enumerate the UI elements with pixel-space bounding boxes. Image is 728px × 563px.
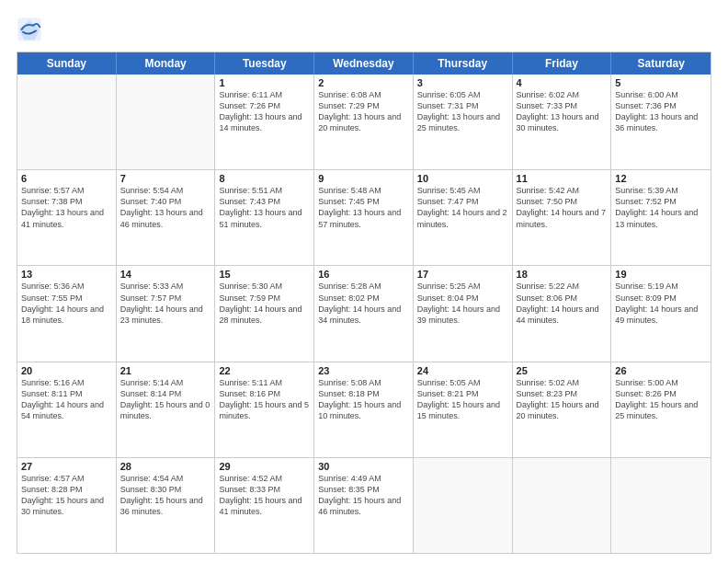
- day-number: 24: [417, 365, 508, 376]
- day-header-thursday: Thursday: [414, 52, 513, 75]
- day-cell-10: 10Sunrise: 5:45 AM Sunset: 7:47 PM Dayli…: [414, 170, 513, 265]
- day-info: Sunrise: 5:39 AM Sunset: 7:52 PM Dayligh…: [615, 185, 707, 230]
- empty-cell-0-1: [117, 75, 216, 169]
- day-number: 20: [21, 365, 112, 376]
- day-info: Sunrise: 6:08 AM Sunset: 7:29 PM Dayligh…: [318, 89, 409, 134]
- day-info: Sunrise: 5:16 AM Sunset: 8:11 PM Dayligh…: [21, 377, 112, 422]
- day-number: 15: [219, 269, 310, 280]
- day-info: Sunrise: 5:14 AM Sunset: 8:14 PM Dayligh…: [120, 377, 211, 422]
- day-cell-18: 18Sunrise: 5:22 AM Sunset: 8:06 PM Dayli…: [513, 266, 612, 361]
- day-number: 4: [517, 77, 608, 88]
- day-info: Sunrise: 5:42 AM Sunset: 7:50 PM Dayligh…: [517, 185, 608, 230]
- calendar-week-1: 1Sunrise: 6:11 AM Sunset: 7:26 PM Daylig…: [17, 75, 711, 169]
- day-cell-3: 3Sunrise: 6:05 AM Sunset: 7:31 PM Daylig…: [414, 75, 513, 169]
- day-cell-28: 28Sunrise: 4:54 AM Sunset: 8:30 PM Dayli…: [117, 458, 216, 553]
- day-number: 5: [615, 77, 707, 88]
- day-number: 13: [21, 269, 112, 280]
- day-info: Sunrise: 4:54 AM Sunset: 8:30 PM Dayligh…: [120, 473, 211, 518]
- day-number: 6: [21, 173, 112, 184]
- day-number: 27: [21, 461, 112, 472]
- day-cell-8: 8Sunrise: 5:51 AM Sunset: 7:43 PM Daylig…: [215, 170, 314, 265]
- day-info: Sunrise: 5:30 AM Sunset: 7:59 PM Dayligh…: [219, 281, 310, 326]
- day-number: 26: [615, 365, 707, 376]
- day-info: Sunrise: 5:33 AM Sunset: 7:57 PM Dayligh…: [120, 281, 211, 326]
- calendar-week-4: 20Sunrise: 5:16 AM Sunset: 8:11 PM Dayli…: [17, 362, 711, 457]
- day-cell-2: 2Sunrise: 6:08 AM Sunset: 7:29 PM Daylig…: [314, 75, 414, 169]
- day-cell-29: 29Sunrise: 4:52 AM Sunset: 8:33 PM Dayli…: [215, 458, 314, 553]
- header: [17, 17, 711, 42]
- calendar-header: SundayMondayTuesdayWednesdayThursdayFrid…: [17, 52, 711, 75]
- calendar-week-5: 27Sunrise: 4:57 AM Sunset: 8:28 PM Dayli…: [17, 457, 711, 553]
- day-cell-27: 27Sunrise: 4:57 AM Sunset: 8:28 PM Dayli…: [17, 458, 117, 553]
- calendar: SundayMondayTuesdayWednesdayThursdayFrid…: [17, 52, 711, 554]
- empty-cell-4-4: [414, 458, 513, 553]
- day-number: 7: [120, 173, 211, 184]
- day-info: Sunrise: 6:11 AM Sunset: 7:26 PM Dayligh…: [219, 89, 310, 134]
- day-cell-25: 25Sunrise: 5:02 AM Sunset: 8:23 PM Dayli…: [513, 362, 612, 457]
- day-info: Sunrise: 4:49 AM Sunset: 8:35 PM Dayligh…: [318, 473, 409, 518]
- day-info: Sunrise: 4:57 AM Sunset: 8:28 PM Dayligh…: [21, 473, 112, 518]
- day-info: Sunrise: 5:28 AM Sunset: 8:02 PM Dayligh…: [318, 281, 409, 326]
- day-cell-19: 19Sunrise: 5:19 AM Sunset: 8:09 PM Dayli…: [611, 266, 711, 361]
- day-cell-13: 13Sunrise: 5:36 AM Sunset: 7:55 PM Dayli…: [17, 266, 117, 361]
- empty-cell-4-5: [513, 458, 612, 553]
- day-info: Sunrise: 6:00 AM Sunset: 7:36 PM Dayligh…: [615, 89, 707, 134]
- day-info: Sunrise: 5:57 AM Sunset: 7:38 PM Dayligh…: [21, 185, 112, 230]
- day-number: 18: [517, 269, 608, 280]
- day-info: Sunrise: 5:51 AM Sunset: 7:43 PM Dayligh…: [219, 185, 310, 230]
- day-number: 19: [615, 269, 707, 280]
- day-info: Sunrise: 5:19 AM Sunset: 8:09 PM Dayligh…: [615, 281, 707, 326]
- day-number: 30: [318, 461, 409, 472]
- day-header-tuesday: Tuesday: [215, 52, 314, 75]
- day-number: 29: [219, 461, 310, 472]
- calendar-body: 1Sunrise: 6:11 AM Sunset: 7:26 PM Daylig…: [17, 75, 711, 553]
- day-info: Sunrise: 5:54 AM Sunset: 7:40 PM Dayligh…: [120, 185, 211, 230]
- day-cell-4: 4Sunrise: 6:02 AM Sunset: 7:33 PM Daylig…: [513, 75, 612, 169]
- day-cell-20: 20Sunrise: 5:16 AM Sunset: 8:11 PM Dayli…: [17, 362, 117, 457]
- day-header-monday: Monday: [117, 52, 216, 75]
- calendar-week-2: 6Sunrise: 5:57 AM Sunset: 7:38 PM Daylig…: [17, 169, 711, 265]
- day-cell-26: 26Sunrise: 5:00 AM Sunset: 8:26 PM Dayli…: [611, 362, 711, 457]
- day-info: Sunrise: 6:05 AM Sunset: 7:31 PM Dayligh…: [417, 89, 508, 134]
- logo-icon: [17, 17, 42, 42]
- page: SundayMondayTuesdayWednesdayThursdayFrid…: [0, 0, 728, 563]
- day-cell-11: 11Sunrise: 5:42 AM Sunset: 7:50 PM Dayli…: [513, 170, 612, 265]
- day-info: Sunrise: 5:02 AM Sunset: 8:23 PM Dayligh…: [517, 377, 608, 422]
- day-info: Sunrise: 5:25 AM Sunset: 8:04 PM Dayligh…: [417, 281, 508, 326]
- day-number: 23: [318, 365, 409, 376]
- day-cell-24: 24Sunrise: 5:05 AM Sunset: 8:21 PM Dayli…: [414, 362, 513, 457]
- day-number: 17: [417, 269, 508, 280]
- day-number: 1: [219, 77, 310, 88]
- day-number: 8: [219, 173, 310, 184]
- day-cell-30: 30Sunrise: 4:49 AM Sunset: 8:35 PM Dayli…: [314, 458, 414, 553]
- day-info: Sunrise: 5:48 AM Sunset: 7:45 PM Dayligh…: [318, 185, 409, 230]
- day-cell-14: 14Sunrise: 5:33 AM Sunset: 7:57 PM Dayli…: [117, 266, 216, 361]
- day-number: 10: [417, 173, 508, 184]
- day-info: Sunrise: 5:36 AM Sunset: 7:55 PM Dayligh…: [21, 281, 112, 326]
- day-info: Sunrise: 5:00 AM Sunset: 8:26 PM Dayligh…: [615, 377, 707, 422]
- day-cell-15: 15Sunrise: 5:30 AM Sunset: 7:59 PM Dayli…: [215, 266, 314, 361]
- day-cell-23: 23Sunrise: 5:08 AM Sunset: 8:18 PM Dayli…: [314, 362, 414, 457]
- day-info: Sunrise: 5:08 AM Sunset: 8:18 PM Dayligh…: [318, 377, 409, 422]
- empty-cell-0-0: [17, 75, 117, 169]
- day-cell-21: 21Sunrise: 5:14 AM Sunset: 8:14 PM Dayli…: [117, 362, 216, 457]
- day-number: 12: [615, 173, 707, 184]
- day-cell-5: 5Sunrise: 6:00 AM Sunset: 7:36 PM Daylig…: [611, 75, 711, 169]
- day-cell-16: 16Sunrise: 5:28 AM Sunset: 8:02 PM Dayli…: [314, 266, 414, 361]
- day-number: 21: [120, 365, 211, 376]
- day-number: 28: [120, 461, 211, 472]
- day-info: Sunrise: 4:52 AM Sunset: 8:33 PM Dayligh…: [219, 473, 310, 518]
- day-info: Sunrise: 5:11 AM Sunset: 8:16 PM Dayligh…: [219, 377, 310, 422]
- day-cell-7: 7Sunrise: 5:54 AM Sunset: 7:40 PM Daylig…: [117, 170, 216, 265]
- day-header-sunday: Sunday: [17, 52, 117, 75]
- day-cell-6: 6Sunrise: 5:57 AM Sunset: 7:38 PM Daylig…: [17, 170, 117, 265]
- day-cell-9: 9Sunrise: 5:48 AM Sunset: 7:45 PM Daylig…: [314, 170, 414, 265]
- day-number: 14: [120, 269, 211, 280]
- day-info: Sunrise: 5:22 AM Sunset: 8:06 PM Dayligh…: [517, 281, 608, 326]
- day-cell-17: 17Sunrise: 5:25 AM Sunset: 8:04 PM Dayli…: [414, 266, 513, 361]
- day-cell-22: 22Sunrise: 5:11 AM Sunset: 8:16 PM Dayli…: [215, 362, 314, 457]
- logo: [17, 17, 46, 42]
- day-cell-12: 12Sunrise: 5:39 AM Sunset: 7:52 PM Dayli…: [611, 170, 711, 265]
- day-info: Sunrise: 5:45 AM Sunset: 7:47 PM Dayligh…: [417, 185, 508, 230]
- day-number: 16: [318, 269, 409, 280]
